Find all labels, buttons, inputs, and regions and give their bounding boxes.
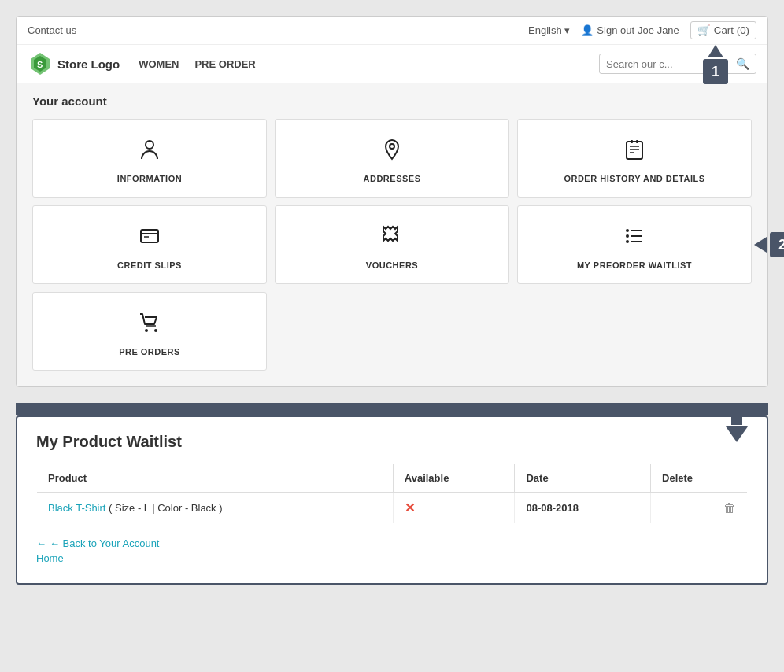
product-link[interactable]: Black T-Shirt [48, 502, 109, 514]
pre-orders-icon [139, 312, 161, 339]
account-card-vouchers[interactable]: VOUCHERS [275, 205, 509, 284]
addresses-label: ADDRESSES [364, 174, 421, 183]
annotation-2-box: 2 [770, 232, 784, 257]
nav-preorder[interactable]: PRE ORDER [194, 58, 255, 70]
delete-icon[interactable]: 🗑 [723, 501, 736, 515]
home-link[interactable]: Home [36, 552, 748, 564]
top-bar: Contact us English ▾ 👤 Sign out Joe Jane… [17, 17, 767, 45]
not-available-icon: ✕ [405, 501, 415, 515]
bottom-panel: My Product Waitlist Product Available Da… [16, 415, 768, 585]
svg-point-3 [146, 141, 153, 149]
back-links: ← ← Back to Your Account Home [36, 537, 748, 564]
table-row: Black T-Shirt ( Size - L | Color - Black… [37, 493, 748, 524]
col-available: Available [393, 464, 515, 493]
svg-point-18 [626, 240, 629, 243]
arrow-left-shape [754, 237, 767, 253]
arrow-shaft [731, 409, 742, 425]
cart-icon: 🛒 [697, 24, 711, 36]
delete-cell: 🗑 [651, 493, 748, 524]
svg-rect-9 [636, 140, 638, 143]
table-header-row: Product Available Date Delete [37, 464, 748, 493]
search-box: 🔍 [599, 54, 756, 74]
back-arrow-icon: ← [36, 537, 46, 549]
pre-orders-label: PRE ORDERS [119, 347, 180, 356]
waitlist-title: My Product Waitlist [36, 433, 748, 451]
svg-point-20 [154, 329, 157, 332]
user-icon: 👤 [581, 24, 594, 36]
nav-women[interactable]: WOMEN [139, 58, 179, 70]
date-value: 08-08-2018 [526, 502, 579, 514]
top-panel: Contact us English ▾ 👤 Sign out Joe Jane… [16, 16, 768, 387]
annotation-1: 1 [703, 45, 728, 84]
vouchers-icon [381, 225, 403, 253]
svg-text:S: S [37, 60, 43, 69]
account-card-preorder-waitlist[interactable]: MY PREORDER WAITLIST 2 [517, 205, 752, 284]
svg-point-19 [145, 329, 148, 332]
nav-links: WOMEN PRE ORDER [139, 58, 256, 70]
order-history-icon [623, 138, 645, 166]
information-icon [139, 138, 161, 166]
credit-slips-icon [139, 225, 161, 253]
store-logo-icon: S [28, 51, 53, 76]
vouchers-label: VOUCHERS [366, 260, 418, 270]
account-section: Your account INFORMATION ADDRESSES [17, 83, 767, 386]
separator [16, 403, 768, 415]
preorder-waitlist-label: MY PREORDER WAITLIST [577, 260, 692, 270]
arrow-up-shape [708, 45, 723, 57]
information-label: INFORMATION [117, 174, 182, 183]
product-name: Black T-Shirt [48, 502, 105, 514]
annotation-1-box: 1 [703, 59, 728, 84]
sign-out-link[interactable]: 👤 Sign out Joe Jane [581, 24, 679, 36]
svg-rect-10 [141, 230, 158, 242]
col-date: Date [515, 464, 651, 493]
account-title: Your account [32, 94, 752, 108]
language-selector[interactable]: English ▾ [528, 24, 570, 36]
account-grid: INFORMATION ADDRESSES ORDER HISTORY AND … [32, 119, 752, 284]
product-cell: Black T-Shirt ( Size - L | Color - Black… [37, 493, 394, 524]
search-icon[interactable]: 🔍 [736, 57, 749, 70]
preorder-waitlist-icon [623, 225, 645, 253]
product-details: ( Size - L | Color - Black ) [109, 502, 222, 514]
account-card-order-history[interactable]: ORDER HISTORY AND DETAILS [517, 119, 752, 198]
contact-us-link[interactable]: Contact us [28, 24, 76, 36]
addresses-icon [381, 138, 403, 166]
account-card-information[interactable]: INFORMATION [32, 119, 267, 198]
nav-bar: S Store Logo WOMEN PRE ORDER 🔍 1 [17, 45, 767, 83]
cart-button[interactable]: 🛒 Cart (0) [690, 21, 756, 39]
arrow-down-shape [726, 426, 748, 442]
col-product: Product [37, 464, 394, 493]
credit-slips-label: CREDIT SLIPS [117, 260, 182, 270]
order-history-label: ORDER HISTORY AND DETAILS [564, 174, 704, 183]
svg-rect-4 [627, 142, 642, 159]
available-cell: ✕ [393, 493, 515, 524]
account-card-credit-slips[interactable]: CREDIT SLIPS [32, 205, 267, 284]
account-card-pre-orders[interactable]: PRE ORDERS [32, 292, 267, 371]
svg-point-17 [626, 234, 629, 238]
store-logo[interactable]: S Store Logo [28, 51, 120, 76]
account-card-addresses[interactable]: ADDRESSES [275, 119, 509, 198]
svg-point-16 [626, 229, 629, 232]
chevron-down-icon: ▾ [564, 24, 570, 36]
top-bar-right: English ▾ 👤 Sign out Joe Jane 🛒 Cart (0) [528, 21, 756, 39]
back-to-account-link[interactable]: ← ← Back to Your Account [36, 537, 159, 549]
svg-rect-8 [631, 140, 633, 143]
col-delete: Delete [651, 464, 748, 493]
annotation-2: 2 [754, 232, 784, 257]
waitlist-table: Product Available Date Delete Black T-Sh… [36, 463, 748, 524]
annotation-down-arrow [726, 409, 748, 442]
date-cell: 08-08-2018 [515, 493, 651, 524]
